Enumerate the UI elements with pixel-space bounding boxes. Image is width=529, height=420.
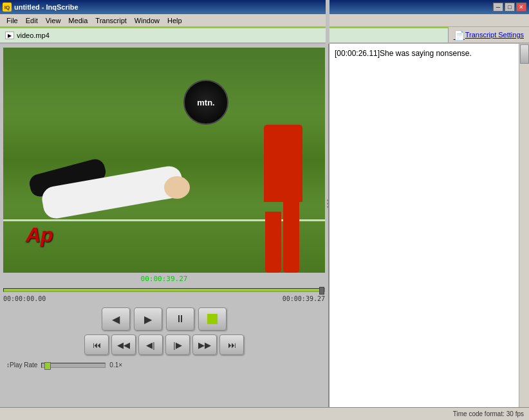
toolbar: ▶ video.mp4 📄 Transcript Settings [0, 27, 529, 44]
frame-back-button[interactable]: ◀| [138, 334, 163, 355]
main-content: mtn. Ap 00:00:39.27 0 [0, 44, 529, 420]
player-fallen [23, 157, 216, 208]
title-buttons: ─ □ ✕ [493, 3, 526, 12]
scrubber-handle[interactable] [319, 287, 324, 295]
rewind-slow-icon: ◀◀ [117, 340, 130, 350]
skip-to-end-button[interactable]: ⏭ [219, 334, 244, 355]
frame-forward-button[interactable]: |▶ [165, 334, 190, 355]
document-icon: 📄 [454, 30, 463, 39]
close-button[interactable]: ✕ [516, 3, 526, 12]
transcript-scrollbar[interactable] [519, 44, 529, 407]
end-time-label: 00:00:39.27 [283, 295, 325, 302]
stop-icon [207, 314, 218, 324]
title-bar: IQ untitled - InqScribe ─ □ ✕ [0, 0, 529, 14]
transcript-panel: [00:00:26.11]She was saying nonsense. [328, 44, 529, 420]
transcript-text-area[interactable]: [00:00:26.11]She was saying nonsense. [329, 44, 529, 420]
skip-start-icon: ⏮ [93, 340, 101, 350]
stop-button[interactable] [198, 307, 227, 331]
current-time-display: 00:00:39.27 [0, 275, 328, 283]
ap-logo: Ap [26, 223, 53, 247]
rewind-slow-button[interactable]: ◀◀ [111, 334, 136, 355]
video-display: mtn. Ap [3, 48, 325, 273]
play-icon: ▶ [144, 313, 152, 325]
app-icon: IQ [3, 3, 12, 12]
maximize-button[interactable]: □ [505, 3, 515, 12]
red-socks-left [265, 212, 281, 273]
controls-area: ◀ ▶ ⏸ ⏮ ◀◀ ◀| [0, 302, 328, 376]
rewind-button[interactable]: ◀ [102, 307, 130, 331]
play-rate-thumb [44, 362, 51, 370]
skip-end-icon: ⏭ [228, 340, 236, 350]
extra-controls: ⏮ ◀◀ ◀| |▶ ▶▶ ⏭ [84, 334, 244, 355]
red-jersey [264, 125, 302, 183]
transcript-settings-link[interactable]: 📄 Transcript Settings [449, 30, 529, 39]
status-bar: Time code format: 30 fps [0, 407, 529, 420]
menu-file[interactable]: File [3, 15, 22, 26]
transcript-settings-label: Transcript Settings [465, 31, 524, 39]
pause-button[interactable]: ⏸ [166, 307, 194, 331]
time-labels: 00:00:00.00 00:00:39.27 [0, 295, 328, 302]
video-file-icon: ▶ [5, 32, 14, 39]
scrollbar-thumb[interactable] [520, 44, 529, 64]
frame-back-icon: ◀| [146, 340, 154, 350]
skip-to-start-button[interactable]: ⏮ [84, 334, 109, 355]
window-title: untitled - InqScribe [14, 3, 79, 11]
play-rate-slider[interactable] [41, 363, 106, 368]
transport-controls: ◀ ▶ ⏸ [102, 307, 227, 331]
menu-media[interactable]: Media [64, 15, 91, 26]
mtn-logo: mtn. [183, 80, 228, 125]
frame-forward-icon: |▶ [173, 340, 181, 350]
player-head [164, 176, 190, 199]
pause-icon: ⏸ [175, 313, 185, 325]
menu-edit[interactable]: Edit [22, 15, 42, 26]
menu-help[interactable]: Help [163, 15, 186, 26]
menu-transcript[interactable]: Transcript [91, 15, 131, 26]
title-bar-left: IQ untitled - InqScribe [3, 3, 79, 12]
scrubber-track[interactable] [3, 288, 325, 292]
scrubber-container[interactable] [3, 285, 325, 295]
menu-view[interactable]: View [42, 15, 65, 26]
scrubber-fill [4, 289, 324, 291]
play-rate-label: ↕Play Rate [6, 361, 37, 369]
fast-forward-icon: ▶▶ [198, 340, 211, 350]
fast-forward-button[interactable]: ▶▶ [192, 334, 217, 355]
transcript-entry: [00:00:26.11]She was saying nonsense. [335, 49, 472, 58]
video-tab[interactable]: ▶ video.mp4 [0, 27, 449, 42]
menu-bar: File Edit View Media Transcript Window H… [0, 14, 529, 27]
rewind-icon: ◀ [112, 313, 120, 325]
video-panel: mtn. Ap 00:00:39.27 0 [0, 44, 328, 420]
play-button[interactable]: ▶ [134, 307, 162, 331]
play-rate-value: 0.1× [109, 361, 122, 369]
minimize-button[interactable]: ─ [493, 3, 503, 12]
red-socks-right [283, 199, 299, 273]
start-time-label: 00:00:00.00 [3, 295, 46, 302]
menu-window[interactable]: Window [131, 15, 163, 26]
play-rate-area: ↕Play Rate 0.1× [0, 359, 328, 371]
timecode-format-label: Time code format: 30 fps [453, 410, 524, 417]
video-filename: video.mp4 [17, 32, 50, 39]
